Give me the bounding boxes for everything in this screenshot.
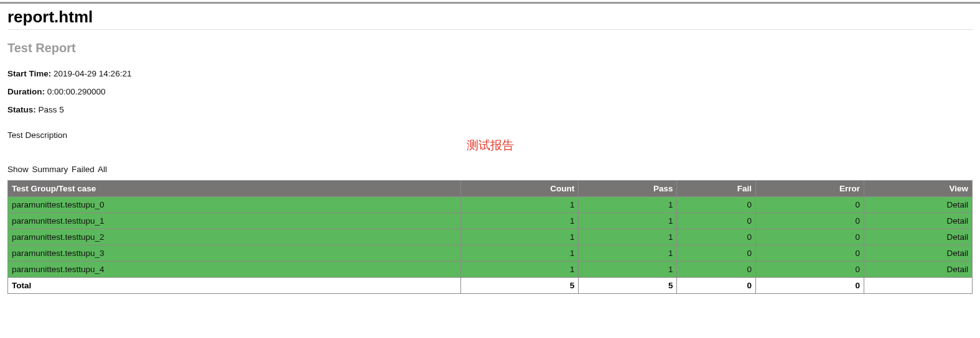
table-row: paramunittest.testtupu_11100Detail bbox=[8, 213, 973, 229]
cell-count: 1 bbox=[460, 245, 579, 262]
cell-error: 0 bbox=[756, 245, 864, 262]
cell-total-error: 0 bbox=[756, 278, 864, 294]
title-divider bbox=[7, 29, 973, 30]
cell-name: paramunittest.testtupu_3 bbox=[8, 245, 461, 262]
report-heading: Test Report bbox=[7, 41, 973, 55]
cell-name: paramunittest.testtupu_2 bbox=[8, 229, 461, 245]
table-row: paramunittest.testtupu_21100Detail bbox=[8, 229, 973, 245]
cell-pass: 1 bbox=[579, 197, 677, 213]
cell-name: paramunittest.testtupu_4 bbox=[8, 262, 461, 278]
cell-view-link[interactable]: Detail bbox=[864, 213, 972, 229]
cell-total-pass: 5 bbox=[579, 278, 677, 294]
cell-name: paramunittest.testtupu_0 bbox=[8, 197, 461, 213]
cell-view-link[interactable]: Detail bbox=[864, 262, 972, 278]
meta-block: Start Time: 2019-04-29 14:26:21 Duration… bbox=[7, 69, 973, 114]
view-failed-link[interactable]: Failed bbox=[72, 165, 95, 174]
cell-error: 0 bbox=[756, 262, 864, 278]
cell-fail: 0 bbox=[677, 245, 756, 262]
cell-fail: 0 bbox=[677, 262, 756, 278]
duration-label: Duration: bbox=[7, 87, 45, 96]
cell-error: 0 bbox=[756, 197, 864, 213]
cell-total-fail: 0 bbox=[677, 278, 756, 294]
cell-error: 0 bbox=[756, 229, 864, 245]
cell-pass: 1 bbox=[579, 229, 677, 245]
cell-total-count: 5 bbox=[460, 278, 579, 294]
cell-total-label: Total bbox=[8, 278, 461, 294]
table-row: paramunittest.testtupu_41100Detail bbox=[8, 262, 973, 278]
cell-fail: 0 bbox=[677, 229, 756, 245]
start-time-label: Start Time: bbox=[7, 69, 51, 78]
cell-count: 1 bbox=[460, 213, 579, 229]
cell-count: 1 bbox=[460, 262, 579, 278]
meta-duration: Duration: 0:00:00.290000 bbox=[7, 87, 973, 96]
table-row: paramunittest.testtupu_01100Detail bbox=[8, 197, 973, 213]
cell-fail: 0 bbox=[677, 213, 756, 229]
cell-count: 1 bbox=[460, 229, 579, 245]
view-prefix: Show bbox=[7, 165, 29, 174]
th-name: Test Group/Test case bbox=[8, 181, 461, 197]
cell-name: paramunittest.testtupu_1 bbox=[8, 213, 461, 229]
th-pass: Pass bbox=[579, 181, 677, 197]
cell-view-link[interactable]: Detail bbox=[864, 229, 972, 245]
table-row: paramunittest.testtupu_31100Detail bbox=[8, 245, 973, 262]
cell-pass: 1 bbox=[579, 213, 677, 229]
cell-view-link[interactable]: Detail bbox=[864, 197, 972, 213]
meta-status: Status: Pass 5 bbox=[7, 105, 973, 114]
annotation-text: 测试报告 bbox=[7, 137, 973, 153]
view-all-link[interactable]: All bbox=[98, 165, 107, 174]
duration-value: 0:00:00.290000 bbox=[47, 87, 106, 96]
meta-start-time: Start Time: 2019-04-29 14:26:21 bbox=[7, 69, 973, 78]
cell-fail: 0 bbox=[677, 197, 756, 213]
start-time-value: 2019-04-29 14:26:21 bbox=[54, 69, 131, 78]
results-table: Test Group/Test case Count Pass Fail Err… bbox=[7, 180, 973, 294]
cell-view-link[interactable]: Detail bbox=[864, 245, 972, 262]
cell-pass: 1 bbox=[579, 245, 677, 262]
page-title: report.html bbox=[7, 7, 973, 27]
cell-pass: 1 bbox=[579, 262, 677, 278]
th-fail: Fail bbox=[677, 181, 756, 197]
table-total-row: Total5500 bbox=[8, 278, 973, 294]
cell-total-view bbox=[864, 278, 972, 294]
status-value: Pass 5 bbox=[39, 105, 64, 114]
status-label: Status: bbox=[7, 105, 36, 114]
view-summary-link[interactable]: Summary bbox=[32, 165, 68, 174]
cell-count: 1 bbox=[460, 197, 579, 213]
table-header-row: Test Group/Test case Count Pass Fail Err… bbox=[8, 181, 973, 197]
th-error: Error bbox=[756, 181, 864, 197]
cell-error: 0 bbox=[756, 213, 864, 229]
th-count: Count bbox=[460, 181, 579, 197]
view-links: Show Summary Failed All bbox=[7, 165, 973, 174]
th-view: View bbox=[864, 181, 972, 197]
